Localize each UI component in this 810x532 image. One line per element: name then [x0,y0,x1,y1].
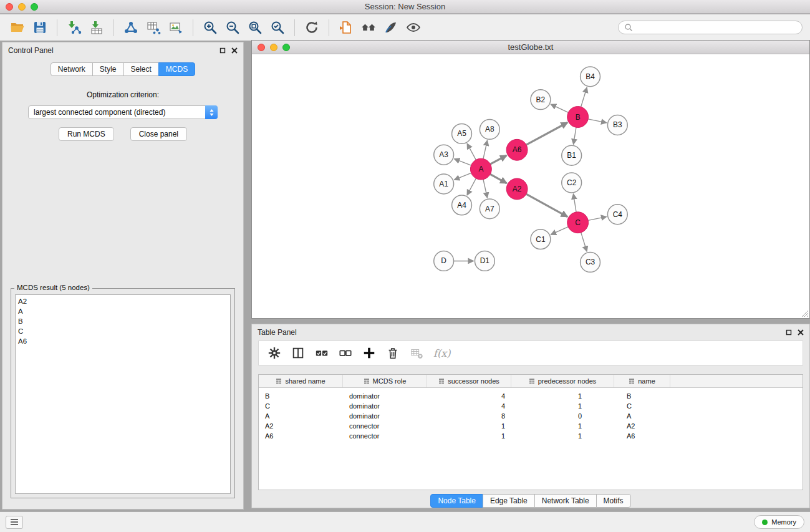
maximize-window-button[interactable] [31,3,38,11]
table-settings-button[interactable] [265,344,284,362]
graph-node-B3[interactable]: B3 [607,115,627,135]
close-panel-button[interactable]: Close panel [130,127,187,141]
tab-network-table[interactable]: Network Table [534,494,597,508]
tab-network[interactable]: Network [51,62,93,76]
close-table-panel-icon[interactable] [798,329,804,336]
mcds-result-list[interactable]: A2ABCA6 [15,294,231,494]
save-session-button[interactable] [29,17,51,37]
table-row[interactable]: A6connector11A6 [259,431,803,441]
graph-edge-A2-C[interactable] [526,194,567,216]
graph-node-A8[interactable]: A8 [480,120,499,140]
graph-node-A[interactable]: A [470,158,491,180]
table-row[interactable]: A2connector11A2 [259,421,803,431]
graph-edge-C-C2[interactable] [573,194,576,212]
run-mcds-button[interactable]: Run MCDS [59,127,114,141]
new-network-table-button[interactable] [142,17,165,37]
tab-node-table[interactable]: Node Table [430,494,483,508]
tab-mcds[interactable]: MCDS [158,62,195,76]
add-row-button[interactable] [360,344,378,362]
graph-node-A6[interactable]: A6 [506,139,528,160]
column-header-predecessor-nodes[interactable]: predecessor nodes [511,375,614,387]
column-header-shared-name[interactable]: shared name [259,375,343,387]
graph-node-C4[interactable]: C4 [607,205,627,225]
refresh-view-button[interactable] [301,17,323,37]
close-panel-icon[interactable] [231,47,238,54]
graph-edge-C-C1[interactable] [551,227,568,235]
deselect-all-button[interactable] [336,344,355,362]
home-button[interactable] [357,17,380,37]
minimize-network-button[interactable] [270,44,277,51]
float-table-panel-icon[interactable] [786,329,792,336]
graph-node-A2[interactable]: A2 [506,178,528,200]
resize-grip-icon[interactable] [801,310,809,317]
graph-edge-C-C3[interactable] [581,233,587,251]
graph-edge-A6-B[interactable] [526,122,567,145]
graph-node-A7[interactable]: A7 [480,199,499,219]
search-input[interactable] [636,23,796,32]
graph-node-A5[interactable]: A5 [452,123,472,143]
tab-edge-table[interactable]: Edge Table [483,494,535,508]
graph-node-D1[interactable]: D1 [475,251,494,271]
delete-table-button[interactable] [407,344,426,362]
maximize-network-button[interactable] [282,44,290,51]
export-image-button[interactable] [165,17,187,37]
zoom-out-button[interactable] [221,17,244,37]
result-item[interactable]: A6 [18,336,228,346]
tab-motifs[interactable]: Motifs [596,494,631,508]
import-table-button[interactable] [85,17,108,37]
graph-edge-A-A7[interactable] [483,180,488,198]
select-all-button[interactable] [312,344,331,362]
style-paint-button[interactable] [380,17,402,37]
result-item[interactable]: B [18,316,228,326]
graph-node-A4[interactable]: A4 [452,195,472,215]
zoom-fit-button[interactable] [244,17,266,37]
graph-node-B[interactable]: B [567,107,589,128]
close-network-button[interactable] [258,44,265,51]
graph-node-C3[interactable]: C3 [581,253,600,273]
show-columns-button[interactable] [289,344,307,362]
table-row[interactable]: Cdominator41C [259,401,803,411]
graph-edge-A-A6[interactable] [490,155,506,164]
column-header-name[interactable]: name [614,375,670,387]
graph-edge-A-A4[interactable] [467,178,476,195]
minimize-window-button[interactable] [18,3,26,11]
annotation-button[interactable] [335,17,357,37]
graph-node-A3[interactable]: A3 [434,145,454,165]
graph-node-B4[interactable]: B4 [581,67,600,87]
task-history-button[interactable] [6,516,23,529]
graph-edge-B-B1[interactable] [574,127,576,144]
graph-node-B1[interactable]: B1 [562,145,582,165]
table-row[interactable]: Bdominator41B [259,391,803,401]
open-session-button[interactable] [6,17,29,37]
graph-edge-C-C4[interactable] [588,216,607,220]
import-network-button[interactable] [63,17,85,37]
column-header-successor-nodes[interactable]: successor nodes [427,375,511,387]
graph-node-C2[interactable]: C2 [562,173,582,193]
network-graph[interactable]: B4B2BB3A8A5A6B1A3AC2A1A2A4A7C4CC1C3DD1 [252,55,809,318]
table-row[interactable]: Adominator80A [259,411,803,421]
result-item[interactable]: A [18,306,228,316]
float-panel-icon[interactable] [219,47,226,54]
network-canvas[interactable]: B4B2BB3A8A5A6B1A3AC2A1A2A4A7C4CC1C3DD1 [252,55,809,318]
result-item[interactable]: A2 [18,296,228,306]
tab-style[interactable]: Style [92,62,124,76]
zoom-selected-button[interactable] [266,17,289,37]
graph-node-C[interactable]: C [567,212,589,233]
memory-button[interactable]: Memory [754,515,804,529]
graph-edge-B-B4[interactable] [581,87,587,107]
show-details-button[interactable] [402,17,425,37]
graph-edge-B-B2[interactable] [551,104,568,112]
function-builder-button[interactable]: f(x) [433,347,450,359]
graph-node-D[interactable]: D [434,251,454,271]
graph-node-B2[interactable]: B2 [531,90,551,110]
search-field[interactable] [618,21,803,34]
result-item[interactable]: C [18,326,228,336]
graph-edge-A-A5[interactable] [467,143,476,160]
close-window-button[interactable] [6,3,13,11]
criterion-dropdown[interactable]: largest connected component (directed) [28,105,218,119]
graph-node-A1[interactable]: A1 [434,174,454,194]
graph-node-C1[interactable]: C1 [531,230,551,249]
graph-edge-A-A1[interactable] [454,173,471,180]
zoom-in-button[interactable] [199,17,221,37]
graph-edge-A-A3[interactable] [454,159,471,165]
